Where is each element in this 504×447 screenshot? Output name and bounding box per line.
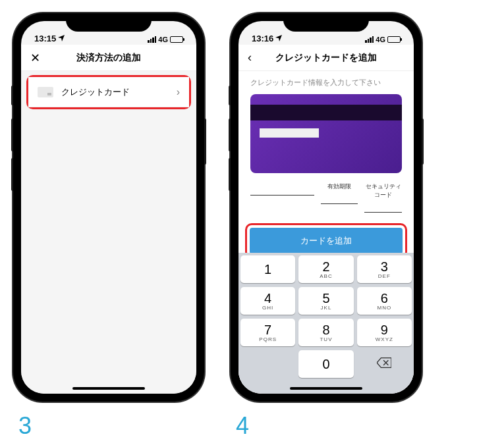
key-4[interactable]: 4GHI [240, 287, 295, 315]
key-3[interactable]: 3DEF [357, 255, 412, 283]
subtitle: クレジットカード情報を入力して下さい [238, 71, 414, 94]
key-0[interactable]: 0 [298, 350, 353, 378]
field-row: 有効期限 セキュリティコード [238, 182, 414, 213]
nav-bar: ✕ 決済方法の追加 [21, 45, 196, 71]
expiry-label: 有効期限 [321, 182, 358, 191]
signal-icon [365, 36, 374, 43]
key-9[interactable]: 9WXYZ [357, 319, 412, 346]
key-7[interactable]: 7PQRS [240, 319, 295, 346]
step-3-wrapper: 13:15 4G ✕ 決済方法の追加 [13, 13, 204, 440]
page-title: 決済方法の追加 [46, 52, 187, 64]
status-time: 13:15 [34, 34, 56, 43]
home-indicator[interactable] [290, 387, 362, 390]
key-1[interactable]: 1 [240, 255, 295, 283]
key-blank [240, 350, 295, 378]
key-6[interactable]: 6MNO [357, 287, 412, 315]
cvv-field[interactable] [364, 201, 402, 213]
battery-icon [387, 36, 401, 43]
close-icon[interactable]: ✕ [30, 51, 46, 65]
step-number-3: 3 [13, 412, 204, 440]
phone-frame: 13:15 4G ✕ 決済方法の追加 [13, 13, 204, 402]
key-2[interactable]: 2ABC [298, 255, 353, 283]
nav-bar: ‹ クレジットカードを追加 [238, 45, 414, 71]
credit-card-row[interactable]: クレジットカード › [28, 77, 189, 107]
card-number-field[interactable] [250, 184, 314, 196]
status-bar: 13:16 4G [238, 21, 414, 45]
network-label: 4G [158, 36, 168, 43]
phone-frame: 13:16 4G ‹ クレジットカードを追加 [231, 13, 422, 402]
status-bar: 13:15 4G [21, 21, 196, 45]
step-number-4: 4 [231, 412, 422, 440]
expiry-field[interactable] [321, 192, 358, 204]
add-card-button[interactable]: カードを追加 [250, 228, 403, 254]
credit-card-label: クレジットカード [61, 86, 177, 98]
location-icon [275, 34, 282, 43]
step-4-wrapper: 13:16 4G ‹ クレジットカードを追加 [231, 13, 422, 440]
highlight-credit-card-row: クレジットカード › [26, 75, 191, 109]
battery-icon [170, 36, 183, 43]
cvv-label: セキュリティコード [364, 182, 402, 199]
numeric-keypad: 1 2ABC 3DEF 4GHI 5JKL 6MNO 7PQRS 8TUV 9W… [238, 253, 414, 394]
backspace-icon [377, 357, 391, 371]
card-icon [38, 87, 53, 97]
home-indicator[interactable] [72, 387, 145, 390]
back-icon[interactable]: ‹ [248, 51, 264, 65]
page-title: クレジットカードを追加 [264, 52, 405, 64]
credit-card-visual [250, 94, 402, 173]
network-label: 4G [376, 36, 385, 43]
chevron-right-icon: › [177, 86, 180, 98]
key-5[interactable]: 5JKL [298, 287, 353, 315]
location-icon [58, 34, 65, 43]
key-delete[interactable] [357, 350, 412, 378]
status-time: 13:16 [252, 34, 273, 43]
signal-icon [148, 36, 156, 43]
key-8[interactable]: 8TUV [298, 319, 353, 346]
